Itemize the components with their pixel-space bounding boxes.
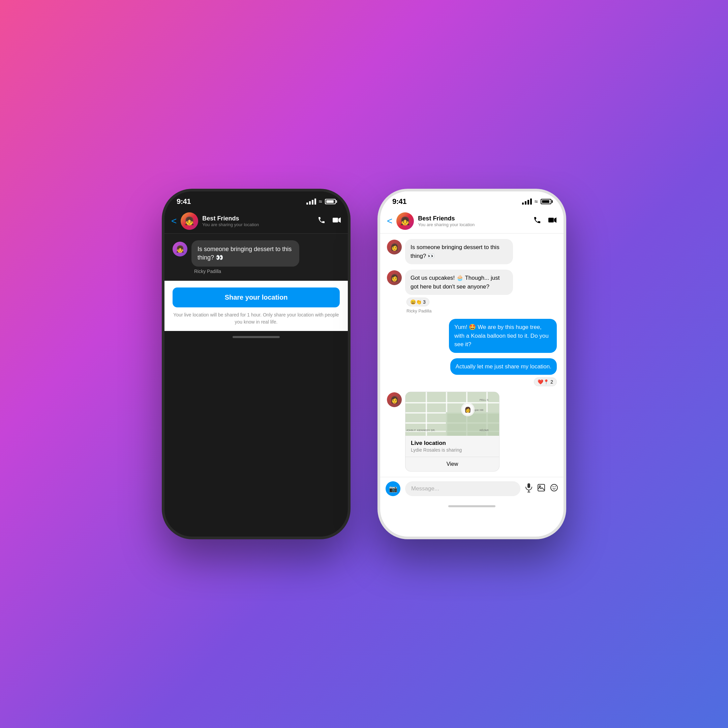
right-chat-messages: 👩 Is someone bringing dessert to this th…: [380, 234, 564, 477]
svg-text:FELL S: FELL S: [480, 398, 488, 401]
map-card-title: Live location: [411, 440, 494, 447]
battery-icon: [325, 199, 336, 204]
svg-rect-0: [333, 218, 338, 222]
right-phone: 9:41 ≈ < 👧 Best Friends: [378, 189, 566, 539]
left-time: 9:41: [177, 197, 191, 206]
signal-bar-3: [312, 200, 314, 205]
right-battery-icon: [541, 199, 551, 204]
svg-text:JOHN F. KENNEDY DR.: JOHN F. KENNEDY DR.: [406, 429, 436, 432]
signal-bar-4: [315, 199, 316, 205]
svg-text:KÉZAR: KÉZAR: [480, 429, 489, 432]
right-time: 9:41: [392, 197, 407, 206]
svg-rect-51: [548, 218, 554, 222]
right-back-button[interactable]: <: [387, 216, 392, 226]
left-call-icon[interactable]: [318, 216, 326, 226]
right-chat-subtitle: You are sharing your location: [418, 222, 529, 227]
left-home-indicator: [164, 331, 348, 343]
msg-group-4: Actually let me just share my location. …: [450, 358, 557, 387]
right-chat-name: Best Friends: [418, 215, 529, 222]
signal-bar-2: [309, 201, 311, 205]
chat-avatar-1: 👩: [387, 240, 402, 254]
reaction-row-2: 😄👏 3: [407, 298, 513, 306]
chat-sender-name-2: Ricky Padilla: [407, 308, 513, 314]
chat-bubble-sent-4: Actually let me just share my location.: [450, 358, 557, 375]
phones-container: 9:41 ≈ < 👧 Best Friends: [162, 189, 566, 539]
svg-marker-52: [554, 217, 557, 223]
right-header-actions: [533, 216, 557, 226]
chat-bubble-received-2: Got us cupcakes! 🧁 Though... just got he…: [405, 270, 513, 295]
camera-button[interactable]: 📷: [385, 481, 401, 496]
left-chat-subtitle: You are sharing your location: [202, 222, 314, 227]
left-status-bar: 9:41 ≈: [164, 191, 348, 209]
right-header-info: Best Friends You are sharing your locati…: [418, 215, 529, 227]
right-home-bar: [448, 505, 496, 507]
reaction-badge-2: 😄👏 3: [407, 298, 430, 306]
right-message-bar: 📷 Message...: [380, 477, 564, 500]
svg-text:👩: 👩: [465, 407, 471, 413]
right-chat-header: < 👧 Best Friends You are sharing your lo…: [380, 209, 564, 234]
left-header-actions: [318, 216, 341, 226]
chat-avatar-5: 👩: [387, 392, 402, 407]
right-home-indicator: [380, 500, 564, 512]
right-signal-bars: [522, 199, 532, 205]
sticker-icon[interactable]: [550, 484, 558, 494]
left-chat-name: Best Friends: [202, 215, 314, 222]
right-video-icon[interactable]: [548, 216, 557, 226]
table-row: 👩: [387, 392, 557, 471]
svg-marker-1: [338, 217, 341, 223]
reaction-row-4: ❤️📍 2: [452, 378, 557, 386]
map-card-sub: Lydie Rosales is sharing: [411, 447, 494, 453]
camera-icon: 📷: [389, 485, 398, 493]
microphone-icon[interactable]: [525, 483, 532, 494]
map-card-view-button[interactable]: View: [405, 457, 499, 471]
left-back-button[interactable]: <: [171, 216, 177, 226]
message-placeholder: Message...: [411, 485, 439, 492]
left-video-icon[interactable]: [332, 216, 341, 226]
map-card-image: JOHN F. KENNEDY DR. Hippie Hill FELL S K…: [405, 392, 499, 436]
left-home-bar: [232, 336, 280, 338]
share-location-button[interactable]: Share your location: [173, 288, 340, 307]
signal-bar-1: [306, 203, 308, 205]
right-wifi-icon: ≈: [535, 198, 538, 205]
svg-point-75: [539, 486, 541, 487]
map-card-svg: JOHN F. KENNEDY DR. Hippie Hill FELL S K…: [405, 392, 499, 436]
table-row: Actually let me just share my location. …: [387, 358, 557, 387]
left-msg-bubble: Is someone bringing dessert to this thin…: [191, 240, 299, 267]
message-input[interactable]: Message...: [405, 481, 520, 496]
right-header-avatar: 👧: [396, 213, 414, 230]
right-status-bar: 9:41 ≈: [380, 191, 564, 209]
gallery-icon[interactable]: [537, 484, 545, 494]
left-header-info: Best Friends You are sharing your locati…: [202, 215, 314, 227]
chat-avatar-2: 👩: [387, 270, 402, 285]
signal-bars: [306, 199, 316, 205]
svg-rect-55: [405, 402, 499, 404]
left-message-preview: 👧 Is someone bringing dessert to this th…: [173, 240, 340, 274]
table-row: Yum! 🤩 We are by this huge tree, with a …: [387, 319, 557, 353]
chat-bubble-received-1: Is someone bringing dessert to this thin…: [405, 239, 513, 264]
chat-bubble-sent-3: Yum! 🤩 We are by this huge tree, with a …: [449, 319, 557, 353]
wifi-icon: ≈: [319, 198, 322, 205]
reaction-badge-4: ❤️📍 2: [534, 378, 557, 386]
left-dark-overlay: 👧 Is someone bringing dessert to this th…: [164, 234, 348, 281]
right-status-icons: ≈: [522, 198, 551, 205]
map-card-info: Live location Lydie Rosales is sharing: [405, 436, 499, 457]
left-disclaimer: Your live location will be shared for 1 …: [173, 311, 340, 326]
left-sender-name: Ricky Padilla: [194, 269, 299, 274]
right-signal-bar-2: [525, 201, 526, 205]
left-msg-group: Is someone bringing dessert to this thin…: [191, 240, 299, 274]
right-call-icon[interactable]: [533, 216, 541, 226]
left-chat-header: < 👧 Best Friends You are sharing your lo…: [164, 209, 348, 234]
left-phone: 9:41 ≈ < 👧 Best Friends: [162, 189, 350, 539]
msg-group-3: Yum! 🤩 We are by this huge tree, with a …: [449, 319, 557, 353]
right-signal-bar-1: [522, 203, 524, 205]
left-bottom-panel: Share your location Your live location w…: [164, 281, 348, 331]
msg-group-2: Got us cupcakes! 🧁 Though... just got he…: [405, 270, 513, 314]
svg-rect-63: [446, 412, 499, 436]
left-header-avatar: 👧: [180, 213, 198, 230]
battery-fill: [326, 200, 334, 203]
right-battery-fill: [542, 200, 549, 203]
map-card[interactable]: JOHN F. KENNEDY DR. Hippie Hill FELL S K…: [405, 392, 500, 471]
msg-group-1: Is someone bringing dessert to this thin…: [405, 239, 513, 264]
svg-rect-71: [528, 483, 530, 488]
message-input-actions: [525, 483, 558, 494]
